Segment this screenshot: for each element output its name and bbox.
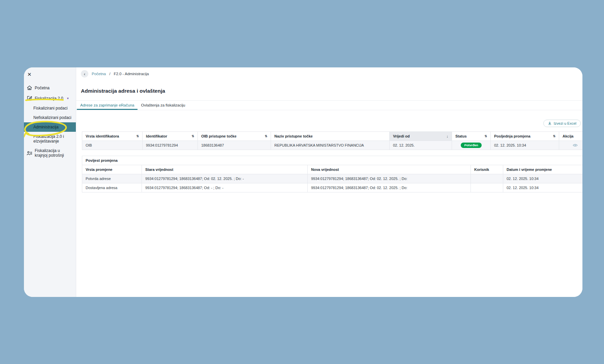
cell-vrijedi-od: 02. 12. 2025. xyxy=(390,141,452,150)
column-header-stara-vrijednost: Stara vrijednost xyxy=(142,165,308,174)
table-row: OIB 9934:01279781294 18683136487 REPUBLI… xyxy=(82,141,583,150)
main-content: ‹ Početna / F2.0 - Administracija Admini… xyxy=(76,67,582,297)
close-icon[interactable]: ✕ xyxy=(27,72,32,77)
column-header-naziv-pristupne-tocke[interactable]: Naziv pristupne točke xyxy=(271,132,390,141)
cell-vrsta-promjene: Potvrda adrese xyxy=(82,174,142,183)
column-header-posljednja-promjena[interactable]: Posljednja promjena⇅ xyxy=(491,132,559,141)
cell-vrsta-promjene: Dostavljena adresa xyxy=(82,183,142,192)
tab-bar: Adrese za zaprimanje eRačuna Ovlaštenja … xyxy=(76,100,582,110)
cell-oib-pristupne-tocke: 18683136487 xyxy=(198,141,271,150)
column-header-nova-vrijednost: Nova vrijednost xyxy=(308,165,471,174)
sidebar-item-fiskalizacija-u-krajnjoj-potrosnji[interactable]: Fiskalizacija u krajnjoj potrošnji xyxy=(24,146,76,160)
column-header-vrijedi-od[interactable]: Vrijedi od↓ xyxy=(390,132,452,141)
sort-desc-icon: ↓ xyxy=(447,134,449,138)
column-header-datum-i-vrijeme-promjene: Datum i vrijeme promjene xyxy=(503,165,583,174)
sidebar-item-fiskalizirani-podaci[interactable]: Fiskalizirani podaci xyxy=(24,103,76,113)
history-table-caption: Povijest promjena xyxy=(82,156,582,165)
column-header-akcija: Akcija xyxy=(559,132,583,141)
cell-korisnik xyxy=(471,183,503,192)
column-header-status[interactable]: Status⇅ xyxy=(452,132,491,141)
cell-korisnik xyxy=(471,174,503,183)
history-table: Povijest promjena Vrsta promjene Stara v… xyxy=(82,156,582,192)
edit-icon xyxy=(27,95,32,101)
sort-icon: ⇅ xyxy=(484,134,487,138)
addresses-table: Vrsta identifikatora⇅ Identifikator⇅ OIB… xyxy=(82,131,582,150)
download-icon xyxy=(548,121,552,125)
export-to-excel-button[interactable]: Izvezi u Excel xyxy=(543,120,581,127)
export-button-label: Izvezi u Excel xyxy=(554,121,576,125)
tab-ovlastenja-za-fiskalizaciju[interactable]: Ovlaštenja za fiskalizaciju xyxy=(138,101,188,110)
sidebar-item-label: Fiskalizacija u krajnjoj potrošnji xyxy=(35,148,74,158)
table-header-row: Vrsta identifikatora⇅ Identifikator⇅ OIB… xyxy=(82,132,583,141)
cell-posljednja-promjena: 02. 12. 2025. 10:34 xyxy=(491,141,559,150)
sort-icon: ⇅ xyxy=(553,134,555,138)
home-icon xyxy=(27,85,32,91)
cell-stara-vrijednost: 9934:01279781294; 18683136487; Od: - ; D… xyxy=(142,183,308,192)
sidebar-item-pocetna[interactable]: Početna xyxy=(24,83,76,93)
person-list-icon xyxy=(27,150,32,156)
cell-status: Potvrđen xyxy=(452,141,491,150)
cell-nova-vrijednost: 9934:01279781294; 18683136487; Od: 02. 1… xyxy=(308,174,471,183)
page-title: Administracija adresa i ovlaštenja xyxy=(81,88,165,94)
table-row: Potvrda adrese 9934:01279781294; 1868313… xyxy=(82,174,583,183)
tab-adrese-za-zaprimanje-eracuna[interactable]: Adrese za zaprimanje eRačuna xyxy=(77,101,138,110)
column-header-identifikator[interactable]: Identifikator⇅ xyxy=(143,132,198,141)
cell-datum-i-vrijeme: 02. 12. 2025. 10:34 xyxy=(503,183,583,192)
back-button[interactable]: ‹ xyxy=(81,70,88,78)
sort-icon: ⇅ xyxy=(265,134,267,138)
breadcrumb-home-link[interactable]: Početna xyxy=(92,72,106,76)
sort-icon: ⇅ xyxy=(136,134,139,138)
cell-stara-vrijednost: 9934:01279781294; 18683136487; Od: 02. 1… xyxy=(142,174,308,183)
sort-icon: ⇅ xyxy=(191,134,194,138)
app-window: ✕ Početna Fiskalizacija 2.0 ▾ xyxy=(24,67,582,297)
column-header-vrsta-identifikatora[interactable]: Vrsta identifikatora⇅ xyxy=(82,132,143,141)
sidebar-item-administracija[interactable]: Administracija xyxy=(24,122,76,132)
column-header-vrsta-promjene: Vrsta promjene xyxy=(82,165,142,174)
view-details-eye-icon[interactable] xyxy=(573,143,578,148)
cell-nova-vrijednost: 9934:01279781294; 18683136487; Od: 02. 1… xyxy=(308,183,471,192)
sidebar-item-nefiskalizirani-podaci[interactable]: Nefiskalizirani podaci xyxy=(24,113,76,122)
chevron-down-icon: ▾ xyxy=(67,96,69,100)
breadcrumb-separator: / xyxy=(109,72,110,76)
sidebar: ✕ Početna Fiskalizacija 2.0 ▾ xyxy=(24,67,76,297)
breadcrumb: ‹ Početna / F2.0 - Administracija xyxy=(81,70,149,78)
cell-datum-i-vrijeme: 02. 12. 2025. 10:34 xyxy=(503,174,583,183)
sidebar-item-label: Početna xyxy=(35,86,50,90)
cell-identifikator: 9934:01279781294 xyxy=(143,141,198,150)
sidebar-item-label: Fiskalizacija 2.0 xyxy=(35,96,63,101)
status-badge: Potvrđen xyxy=(461,143,481,148)
cell-naziv-pristupne-tocke: REPUBLIKA HRVATSKA MINISTARSTVO FINANCIJ… xyxy=(271,141,390,150)
cell-vrsta-identifikatora: OIB xyxy=(82,141,143,150)
column-header-oib-pristupne-tocke[interactable]: OIB pristupne točke⇅ xyxy=(198,132,271,141)
sidebar-item-fiskalizacija-2-0-i-eizvjestavanje[interactable]: Fiskalizacija 2.0 i eIzvještavanje xyxy=(24,132,76,146)
table-row: Dostavljena adresa 9934:01279781294; 186… xyxy=(82,183,583,192)
column-header-korisnik: Korisnik xyxy=(471,165,503,174)
table-header-row: Vrsta promjene Stara vrijednost Nova vri… xyxy=(82,165,583,174)
breadcrumb-current: F2.0 - Administracija xyxy=(114,72,149,76)
cell-akcija xyxy=(559,141,583,150)
sidebar-item-fiskalizacija-2-0[interactable]: Fiskalizacija 2.0 ▾ xyxy=(24,93,76,103)
